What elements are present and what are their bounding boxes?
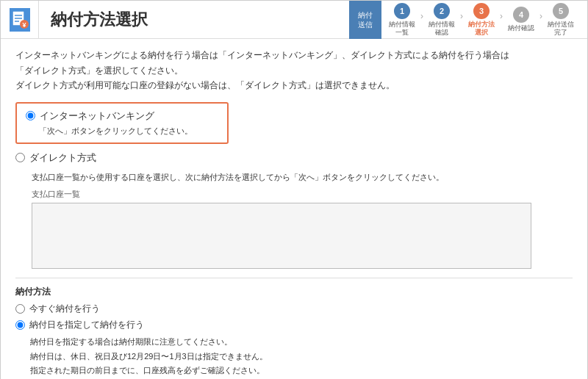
scheduled-option-row[interactable]: 納付日を指定して納付を行う [15, 319, 573, 331]
account-section: 支払口座一覧 [15, 189, 573, 269]
immediate-radio[interactable] [15, 304, 25, 314]
section-divider [15, 278, 573, 278]
description-line2: 「ダイレクト方式」を選択してください。 [15, 63, 573, 79]
account-table[interactable] [32, 203, 531, 269]
step-circle-5: 5 [553, 3, 569, 19]
main-content: インターネットバンキングによる納付を行う場合は「インターネットバンキング」、ダイ… [1, 39, 587, 379]
payment-note-1: 納付日を指定する場合は納付期限に注意してください。 [30, 335, 573, 350]
direct-label[interactable]: ダイレクト方式 [29, 151, 96, 165]
account-list-label: 支払口座一覧 [32, 189, 573, 200]
current-step-box: 納付送信 [349, 1, 381, 39]
scheduled-label[interactable]: 納付日を指定して納付を行う [29, 319, 144, 331]
title-text: 納付方法選択 [51, 9, 148, 31]
step-circle-1: 1 [394, 3, 410, 19]
description: インターネットバンキングによる納付を行う場合は「インターネットバンキング」、ダイ… [15, 48, 573, 93]
steps-list: 1 納付情報一覧 › 2 納付情報確認 › 3 [381, 3, 581, 37]
direct-option-wrapper: ダイレクト方式 支払口座一覧から使用する口座を選択し、次に納付方法を選択してから… [15, 151, 573, 184]
internet-banking-radio-row[interactable]: インターネットバンキング [26, 109, 218, 123]
step-label-1: 納付情報一覧 [389, 21, 415, 37]
svg-text:¥: ¥ [22, 21, 26, 29]
payment-note-3: 指定された期日の前日までに、口座残高を必ずご確認ください。 [30, 364, 573, 378]
page-wrapper: ¥ 納付方法選択 納付送信 1 納付情報一覧 › [0, 0, 588, 379]
step-label-5: 納付送信完了 [548, 21, 574, 37]
step-arrow-3: › [500, 11, 503, 21]
step-label-3: 納付方法選択 [468, 21, 495, 37]
step-item-3: 3 納付方法選択 [465, 3, 498, 37]
step-item-2: 2 納付情報確認 [426, 3, 458, 37]
step-circle-4: 4 [513, 7, 529, 23]
step-item-5: 5 納付送信完了 [545, 3, 577, 37]
step-circle-2: 2 [434, 3, 450, 19]
internet-banking-hint: 「次へ」ボタンをクリックしてください。 [39, 126, 218, 137]
internet-banking-option-box: インターネットバンキング 「次へ」ボタンをクリックしてください。 [15, 102, 229, 144]
page-title: 納付方法選択 [39, 1, 349, 38]
header-logo: ¥ [1, 1, 39, 38]
step-arrow-1: › [420, 11, 423, 21]
immediate-option-row[interactable]: 今すぐ納付を行う [15, 303, 573, 315]
payment-note-2: 納付日は、休日、祝日及び12月29日〜1月3日は指定できません。 [30, 350, 573, 364]
step-nav: 納付送信 1 納付情報一覧 › 2 納付情報確認 › [349, 1, 587, 38]
current-step-label: 納付送信 [358, 10, 373, 29]
payment-method-title: 納付方法 [15, 286, 573, 298]
immediate-label[interactable]: 今すぐ納付を行う [29, 303, 100, 315]
step-item-1: 1 納付情報一覧 [386, 3, 418, 37]
step-arrow-4: › [539, 11, 542, 21]
direct-radio-row[interactable]: ダイレクト方式 [15, 151, 573, 165]
internet-banking-label[interactable]: インターネットバンキング [40, 109, 154, 123]
scheduled-radio[interactable] [15, 320, 25, 330]
payment-notes: 納付日を指定する場合は納付期限に注意してください。 納付日は、休日、祝日及び12… [30, 335, 573, 378]
description-line1: インターネットバンキングによる納付を行う場合は「インターネットバンキング」、ダイ… [15, 48, 573, 63]
direct-radio[interactable] [15, 153, 25, 162]
document-icon: ¥ [10, 8, 30, 32]
step-arrow-2: › [460, 11, 463, 21]
step-label-2: 納付情報確認 [429, 21, 455, 37]
header: ¥ 納付方法選択 納付送信 1 納付情報一覧 › [1, 1, 587, 39]
payment-method-section: 納付方法 今すぐ納付を行う 納付日を指定して納付を行う 納付日を指定する場合は納… [15, 286, 573, 379]
step-item-4: 4 納付確認 [505, 7, 537, 32]
step-circle-3: 3 [473, 3, 490, 19]
direct-hint: 支払口座一覧から使用する口座を選択し、次に納付方法を選択してから「次へ」ボタンを… [32, 170, 573, 184]
description-line3: ダイレクト方式が利用可能な口座の登録がない場合は、「ダイレクト方式」は選択できま… [15, 78, 573, 93]
internet-banking-radio[interactable] [26, 111, 35, 120]
step-label-4: 納付確認 [508, 24, 534, 32]
